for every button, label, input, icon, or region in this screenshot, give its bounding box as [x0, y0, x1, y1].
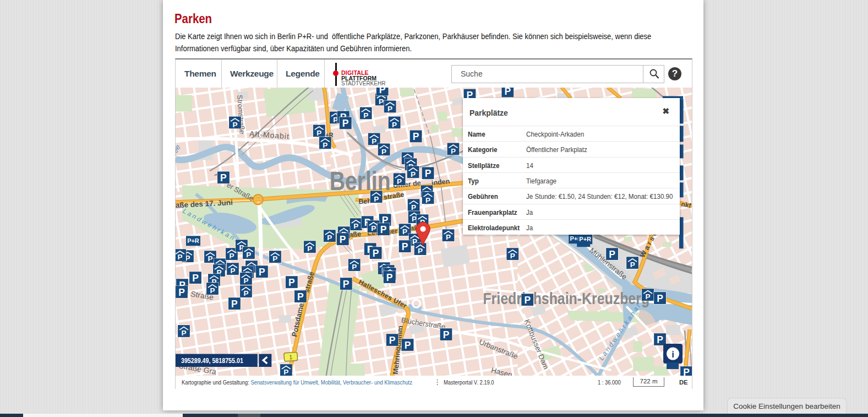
svg-text:Friedrichshain-Kreuzberg: Friedrichshain-Kreuzberg [483, 289, 649, 307]
svg-text:i: i [672, 349, 674, 360]
svg-text:395289.49, 5818755.01: 395289.49, 5818755.01 [181, 356, 243, 365]
svg-text:Beh: Beh [358, 197, 372, 206]
svg-text:aße: aße [349, 230, 361, 239]
svg-text:P+R: P+R [187, 237, 199, 244]
svg-text:1: 1 [289, 354, 293, 360]
